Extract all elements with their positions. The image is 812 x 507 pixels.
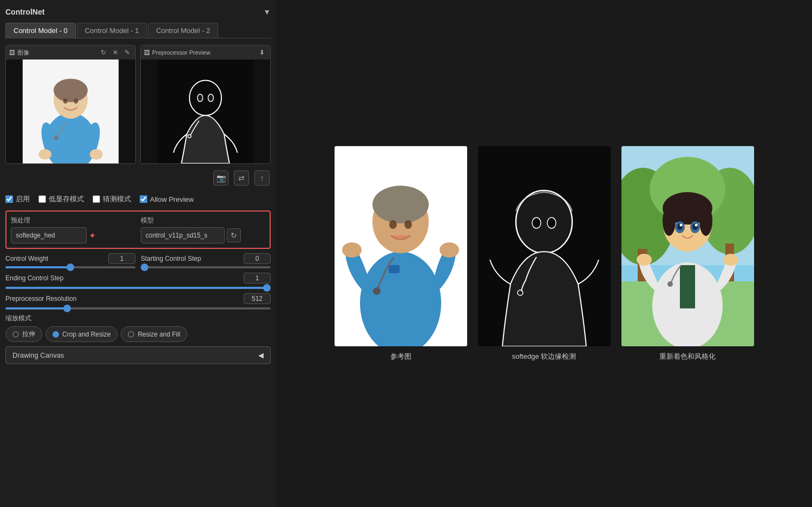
ending-step-label: Ending Control Step — [5, 274, 63, 282]
preprocessor-res-slider[interactable] — [5, 307, 271, 310]
allow-preview-input[interactable] — [140, 195, 147, 203]
preprocessor-preview-content — [141, 60, 270, 163]
close-image-btn[interactable]: ✕ — [110, 48, 120, 57]
enable-input[interactable] — [5, 195, 13, 203]
panel-title: ControlNet — [5, 8, 44, 16]
tab-control-model-0[interactable]: Control Model - 0 — [5, 23, 76, 38]
ref-nurse-svg — [335, 146, 467, 346]
preview-icon: 🖼 — [144, 49, 150, 56]
svg-point-45 — [699, 206, 712, 236]
radio-dot-crop-resize — [53, 331, 59, 338]
tab-control-model-2[interactable]: Control Model - 2 — [148, 23, 218, 38]
svg-rect-26 — [389, 265, 400, 273]
low-vram-input[interactable] — [38, 195, 46, 203]
zoom-mode-btns: 拉伸 Crop and Resize Resize and Fill — [5, 326, 271, 342]
input-image-content — [6, 60, 135, 163]
model-label: 模型 — [141, 216, 265, 225]
upload-btn[interactable]: ↑ — [254, 170, 270, 186]
svg-point-21 — [389, 220, 397, 229]
swap-btn[interactable]: ⇄ — [234, 170, 249, 186]
model-group: 模型 control_v11p_sd15_s ↻ — [141, 216, 265, 243]
input-image-header: 🖼 图像 ↻ ✕ ✎ — [6, 45, 135, 60]
images-display: 参考图 — [335, 146, 754, 361]
svg-point-3 — [54, 78, 88, 102]
preprocessor-select[interactable]: softedge_hed — [11, 227, 87, 243]
zoom-btn-stretch-label: 拉伸 — [22, 330, 35, 339]
svg-point-8 — [38, 149, 51, 160]
sketch-svg — [141, 60, 270, 163]
download-preview-btn[interactable]: ⬇ — [257, 48, 267, 57]
control-weight-slider[interactable] — [5, 266, 135, 268]
svg-point-53 — [723, 254, 738, 266]
svg-point-51 — [695, 223, 697, 226]
low-vram-checkbox[interactable]: 低显存模式 — [38, 194, 84, 204]
result-image-ref: 参考图 — [335, 146, 467, 361]
ref-image — [335, 146, 467, 346]
ref-caption: 参考图 — [390, 352, 411, 361]
refresh-image-btn[interactable]: ↻ — [99, 48, 108, 57]
enable-checkbox[interactable]: 启用 — [5, 194, 30, 204]
zoom-btn-crop-resize[interactable]: Crop and Resize — [45, 326, 117, 342]
starting-step-slider[interactable] — [141, 266, 271, 268]
radio-dot-stretch — [12, 331, 19, 338]
tab-control-model-1[interactable]: Control Model - 1 — [77, 23, 147, 38]
preprocessor-label: 预处理 — [11, 216, 135, 225]
guess-mode-input[interactable] — [93, 195, 100, 203]
input-image-box: 🖼 图像 ↻ ✕ ✎ — [5, 45, 136, 164]
panel-collapse-arrow[interactable]: ▼ — [263, 8, 271, 16]
preprocessor-field-row: softedge_hed ✦ — [11, 227, 135, 243]
svg-point-28 — [516, 190, 572, 253]
svg-point-50 — [679, 223, 682, 226]
guess-mode-checkbox[interactable]: 猜测模式 — [93, 194, 131, 204]
control-weight-label: Control Weight — [5, 255, 48, 262]
model-select[interactable]: control_v11p_sd15_s — [141, 227, 225, 243]
starting-step-label: Starting Control Step — [141, 255, 201, 262]
model-field-row: control_v11p_sd15_s ↻ — [141, 227, 265, 243]
zoom-btn-resize-fill[interactable]: Resize and Fill — [121, 326, 187, 342]
starting-step-col: Starting Control Step 0 — [141, 253, 271, 268]
preprocessor-preview-box: 🖼 Preprocessor Preview ⬇ — [140, 45, 271, 164]
svg-point-44 — [663, 206, 676, 236]
preproc-model-box: 预处理 softedge_hed ✦ 模型 control_v11p_sd15_… — [5, 210, 271, 249]
spark-icon: ✦ — [89, 231, 96, 241]
drawing-canvas-label: Drawing Canvas — [12, 351, 64, 359]
tabs-row: Control Model - 0 Control Model - 1 Cont… — [5, 23, 271, 38]
svg-point-54 — [667, 281, 673, 287]
zoom-btn-stretch[interactable]: 拉伸 — [5, 326, 42, 342]
ending-step-slider[interactable] — [5, 287, 271, 289]
ending-step-value: 1 — [244, 273, 271, 284]
preprocessor-res-value: 512 — [244, 293, 271, 304]
options-row: 启用 低显存模式 猜测模式 Allow Preview — [5, 192, 271, 206]
sketch-result-image — [478, 146, 611, 346]
allow-preview-checkbox[interactable]: Allow Preview — [140, 195, 194, 203]
zoom-mode-label: 缩放模式 — [5, 314, 271, 323]
svg-point-14 — [208, 94, 213, 102]
zoom-btn-resize-fill-label: Resize and Fill — [137, 331, 180, 338]
model-refresh-btn[interactable]: ↻ — [227, 228, 241, 242]
svg-point-24 — [440, 242, 459, 258]
nurse-image-svg — [6, 60, 135, 163]
image-icon: 🖼 — [9, 49, 15, 56]
svg-point-10 — [54, 136, 58, 140]
starting-step-value: 0 — [244, 253, 271, 264]
svg-point-25 — [373, 287, 381, 295]
sketch-result-svg — [478, 146, 611, 346]
anime-svg — [621, 146, 754, 346]
right-panel: 参考图 — [276, 0, 812, 507]
svg-point-4 — [63, 98, 68, 104]
two-col-sliders: Control Weight 1 Starting Control Step 0 — [5, 253, 271, 268]
svg-point-30 — [547, 218, 556, 228]
svg-point-22 — [404, 220, 412, 229]
svg-point-5 — [74, 98, 78, 104]
drawing-canvas-row[interactable]: Drawing Canvas ◀ — [5, 346, 271, 364]
anime-caption: 重新着色和风格化 — [659, 352, 716, 361]
preprocessor-res-label: Preprocessor Resolution — [5, 295, 76, 302]
preprocessor-res-header: Preprocessor Resolution 512 — [5, 293, 271, 304]
anime-result-image — [621, 146, 754, 346]
edit-image-btn[interactable]: ✎ — [122, 48, 132, 57]
svg-point-23 — [342, 242, 362, 258]
sketch-caption: softedge 软边缘检测 — [512, 352, 577, 361]
preprocessor-group: 预处理 softedge_hed ✦ — [11, 216, 135, 243]
preprocessor-preview-label: 🖼 Preprocessor Preview — [144, 49, 211, 56]
camera-btn[interactable]: 📷 — [213, 170, 228, 186]
